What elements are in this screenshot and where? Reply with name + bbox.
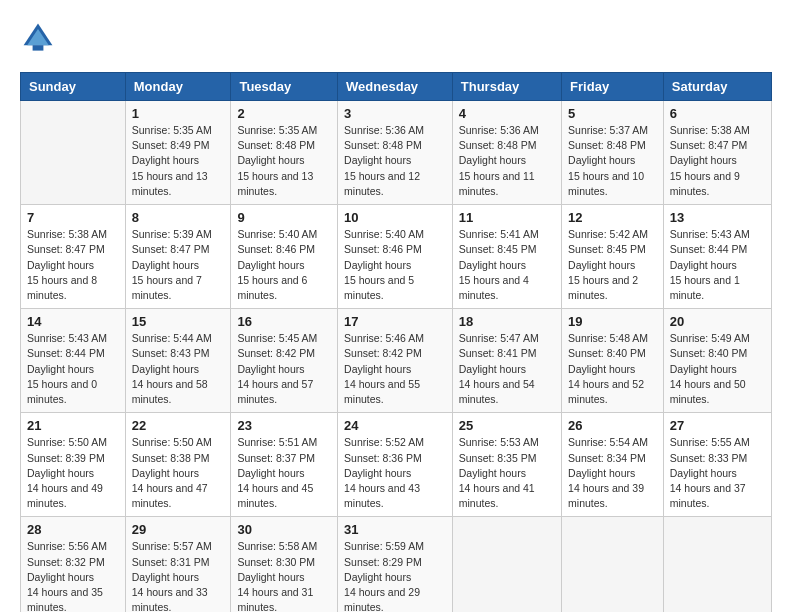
day-number: 31 <box>344 522 446 537</box>
calendar-cell: 12Sunrise: 5:42 AMSunset: 8:45 PMDayligh… <box>562 205 664 309</box>
calendar-cell: 22Sunrise: 5:50 AMSunset: 8:38 PMDayligh… <box>125 413 231 517</box>
calendar-cell: 8Sunrise: 5:39 AMSunset: 8:47 PMDaylight… <box>125 205 231 309</box>
day-info: Sunrise: 5:41 AMSunset: 8:45 PMDaylight … <box>459 227 555 303</box>
calendar-cell: 20Sunrise: 5:49 AMSunset: 8:40 PMDayligh… <box>663 309 771 413</box>
day-info: Sunrise: 5:52 AMSunset: 8:36 PMDaylight … <box>344 435 446 511</box>
week-row-5: 28Sunrise: 5:56 AMSunset: 8:32 PMDayligh… <box>21 517 772 612</box>
day-number: 7 <box>27 210 119 225</box>
calendar-cell: 7Sunrise: 5:38 AMSunset: 8:47 PMDaylight… <box>21 205 126 309</box>
day-info: Sunrise: 5:57 AMSunset: 8:31 PMDaylight … <box>132 539 225 612</box>
day-info: Sunrise: 5:40 AMSunset: 8:46 PMDaylight … <box>344 227 446 303</box>
weekday-header-wednesday: Wednesday <box>338 73 453 101</box>
day-number: 3 <box>344 106 446 121</box>
day-info: Sunrise: 5:35 AMSunset: 8:49 PMDaylight … <box>132 123 225 199</box>
day-info: Sunrise: 5:39 AMSunset: 8:47 PMDaylight … <box>132 227 225 303</box>
calendar-cell: 28Sunrise: 5:56 AMSunset: 8:32 PMDayligh… <box>21 517 126 612</box>
day-number: 9 <box>237 210 331 225</box>
day-info: Sunrise: 5:43 AMSunset: 8:44 PMDaylight … <box>670 227 765 303</box>
calendar-cell: 19Sunrise: 5:48 AMSunset: 8:40 PMDayligh… <box>562 309 664 413</box>
day-number: 26 <box>568 418 657 433</box>
calendar-cell: 23Sunrise: 5:51 AMSunset: 8:37 PMDayligh… <box>231 413 338 517</box>
day-info: Sunrise: 5:59 AMSunset: 8:29 PMDaylight … <box>344 539 446 612</box>
day-info: Sunrise: 5:36 AMSunset: 8:48 PMDaylight … <box>459 123 555 199</box>
day-number: 18 <box>459 314 555 329</box>
day-number: 11 <box>459 210 555 225</box>
day-number: 10 <box>344 210 446 225</box>
day-info: Sunrise: 5:50 AMSunset: 8:38 PMDaylight … <box>132 435 225 511</box>
weekday-header-sunday: Sunday <box>21 73 126 101</box>
day-info: Sunrise: 5:45 AMSunset: 8:42 PMDaylight … <box>237 331 331 407</box>
day-number: 4 <box>459 106 555 121</box>
day-info: Sunrise: 5:38 AMSunset: 8:47 PMDaylight … <box>27 227 119 303</box>
day-info: Sunrise: 5:40 AMSunset: 8:46 PMDaylight … <box>237 227 331 303</box>
day-number: 23 <box>237 418 331 433</box>
day-info: Sunrise: 5:37 AMSunset: 8:48 PMDaylight … <box>568 123 657 199</box>
day-number: 15 <box>132 314 225 329</box>
day-info: Sunrise: 5:38 AMSunset: 8:47 PMDaylight … <box>670 123 765 199</box>
weekday-header-tuesday: Tuesday <box>231 73 338 101</box>
week-row-1: 1Sunrise: 5:35 AMSunset: 8:49 PMDaylight… <box>21 101 772 205</box>
day-info: Sunrise: 5:46 AMSunset: 8:42 PMDaylight … <box>344 331 446 407</box>
calendar-cell: 1Sunrise: 5:35 AMSunset: 8:49 PMDaylight… <box>125 101 231 205</box>
day-info: Sunrise: 5:36 AMSunset: 8:48 PMDaylight … <box>344 123 446 199</box>
day-number: 8 <box>132 210 225 225</box>
calendar-cell: 6Sunrise: 5:38 AMSunset: 8:47 PMDaylight… <box>663 101 771 205</box>
day-number: 5 <box>568 106 657 121</box>
svg-rect-2 <box>33 45 44 50</box>
day-number: 2 <box>237 106 331 121</box>
day-number: 25 <box>459 418 555 433</box>
day-info: Sunrise: 5:50 AMSunset: 8:39 PMDaylight … <box>27 435 119 511</box>
calendar-header: SundayMondayTuesdayWednesdayThursdayFrid… <box>21 73 772 101</box>
day-number: 28 <box>27 522 119 537</box>
calendar-cell: 25Sunrise: 5:53 AMSunset: 8:35 PMDayligh… <box>452 413 561 517</box>
day-number: 20 <box>670 314 765 329</box>
day-info: Sunrise: 5:54 AMSunset: 8:34 PMDaylight … <box>568 435 657 511</box>
calendar-cell: 17Sunrise: 5:46 AMSunset: 8:42 PMDayligh… <box>338 309 453 413</box>
day-number: 1 <box>132 106 225 121</box>
calendar-cell <box>452 517 561 612</box>
weekday-header-friday: Friday <box>562 73 664 101</box>
day-info: Sunrise: 5:58 AMSunset: 8:30 PMDaylight … <box>237 539 331 612</box>
calendar-cell: 15Sunrise: 5:44 AMSunset: 8:43 PMDayligh… <box>125 309 231 413</box>
day-number: 12 <box>568 210 657 225</box>
day-info: Sunrise: 5:43 AMSunset: 8:44 PMDaylight … <box>27 331 119 407</box>
calendar-cell: 9Sunrise: 5:40 AMSunset: 8:46 PMDaylight… <box>231 205 338 309</box>
day-number: 22 <box>132 418 225 433</box>
day-number: 6 <box>670 106 765 121</box>
calendar-cell: 5Sunrise: 5:37 AMSunset: 8:48 PMDaylight… <box>562 101 664 205</box>
calendar-table: SundayMondayTuesdayWednesdayThursdayFrid… <box>20 72 772 612</box>
day-number: 30 <box>237 522 331 537</box>
calendar-cell: 16Sunrise: 5:45 AMSunset: 8:42 PMDayligh… <box>231 309 338 413</box>
calendar-cell <box>663 517 771 612</box>
calendar-cell: 29Sunrise: 5:57 AMSunset: 8:31 PMDayligh… <box>125 517 231 612</box>
calendar-cell: 2Sunrise: 5:35 AMSunset: 8:48 PMDaylight… <box>231 101 338 205</box>
day-number: 16 <box>237 314 331 329</box>
day-number: 13 <box>670 210 765 225</box>
day-number: 29 <box>132 522 225 537</box>
day-number: 19 <box>568 314 657 329</box>
day-number: 14 <box>27 314 119 329</box>
day-info: Sunrise: 5:49 AMSunset: 8:40 PMDaylight … <box>670 331 765 407</box>
calendar-cell: 31Sunrise: 5:59 AMSunset: 8:29 PMDayligh… <box>338 517 453 612</box>
calendar-cell: 27Sunrise: 5:55 AMSunset: 8:33 PMDayligh… <box>663 413 771 517</box>
day-number: 27 <box>670 418 765 433</box>
calendar-cell: 11Sunrise: 5:41 AMSunset: 8:45 PMDayligh… <box>452 205 561 309</box>
page-header <box>20 20 772 56</box>
calendar-cell: 26Sunrise: 5:54 AMSunset: 8:34 PMDayligh… <box>562 413 664 517</box>
week-row-3: 14Sunrise: 5:43 AMSunset: 8:44 PMDayligh… <box>21 309 772 413</box>
calendar-cell: 21Sunrise: 5:50 AMSunset: 8:39 PMDayligh… <box>21 413 126 517</box>
day-info: Sunrise: 5:55 AMSunset: 8:33 PMDaylight … <box>670 435 765 511</box>
week-row-2: 7Sunrise: 5:38 AMSunset: 8:47 PMDaylight… <box>21 205 772 309</box>
day-info: Sunrise: 5:42 AMSunset: 8:45 PMDaylight … <box>568 227 657 303</box>
day-info: Sunrise: 5:47 AMSunset: 8:41 PMDaylight … <box>459 331 555 407</box>
calendar-cell <box>21 101 126 205</box>
day-info: Sunrise: 5:56 AMSunset: 8:32 PMDaylight … <box>27 539 119 612</box>
day-number: 21 <box>27 418 119 433</box>
day-number: 24 <box>344 418 446 433</box>
day-number: 17 <box>344 314 446 329</box>
day-info: Sunrise: 5:48 AMSunset: 8:40 PMDaylight … <box>568 331 657 407</box>
weekday-header-row: SundayMondayTuesdayWednesdayThursdayFrid… <box>21 73 772 101</box>
logo <box>20 20 60 56</box>
weekday-header-thursday: Thursday <box>452 73 561 101</box>
calendar-cell: 3Sunrise: 5:36 AMSunset: 8:48 PMDaylight… <box>338 101 453 205</box>
